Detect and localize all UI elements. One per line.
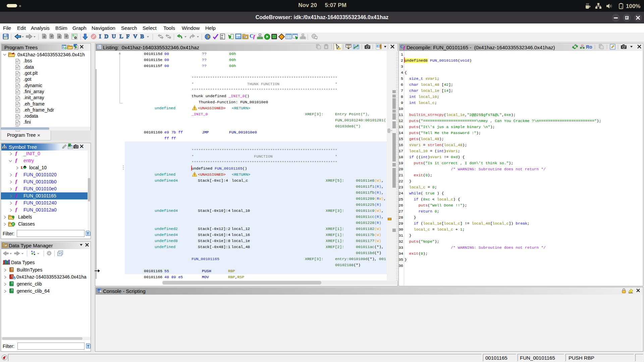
- svg-text:01: 01: [221, 37, 223, 39]
- svg-text:DT: DT: [244, 36, 246, 38]
